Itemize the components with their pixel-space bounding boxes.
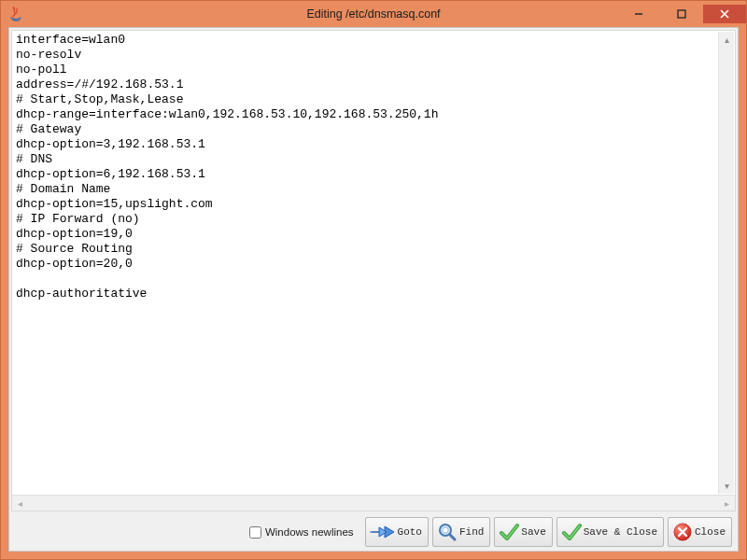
goto-button[interactable]: Goto (365, 517, 429, 547)
text-editor[interactable]: interface=wlan0 no-resolv no-poll addres… (12, 31, 735, 495)
maximize-button[interactable] (660, 5, 703, 23)
scroll-left-icon[interactable]: ◂ (12, 496, 28, 511)
find-label: Find (459, 526, 484, 538)
windows-newlines-checkbox[interactable] (249, 526, 261, 539)
scroll-right-icon[interactable]: ▸ (719, 496, 735, 511)
svg-line-6 (449, 535, 455, 540)
save-label: Save (521, 526, 545, 538)
find-icon (437, 521, 458, 543)
horizontal-scrollbar[interactable]: ◂ ▸ (12, 495, 735, 511)
app-window: Editing /etc/dnsmasq.conf interface=wlan… (0, 0, 747, 560)
save-and-close-button[interactable]: Save & Close (557, 517, 664, 547)
save-check-icon (499, 521, 519, 543)
goto-icon (370, 521, 396, 543)
editor-container: interface=wlan0 no-resolv no-poll addres… (11, 30, 736, 511)
svg-rect-1 (678, 10, 685, 18)
scroll-down-icon[interactable]: ▾ (719, 478, 735, 494)
client-area: interface=wlan0 no-resolv no-poll addres… (8, 27, 739, 552)
windows-newlines-option[interactable]: Windows newlines (249, 526, 354, 539)
svg-point-5 (443, 527, 448, 533)
titlebar[interactable]: Editing /etc/dnsmasq.conf (1, 1, 746, 27)
save-button[interactable]: Save (494, 517, 552, 547)
java-app-icon (8, 7, 23, 21)
close-icon (672, 521, 693, 543)
close-button[interactable]: Close (668, 517, 732, 547)
find-button[interactable]: Find (432, 517, 490, 547)
goto-label: Goto (398, 526, 422, 538)
minimize-button[interactable] (617, 5, 660, 23)
window-controls (617, 5, 746, 23)
bottom-toolbar: Windows newlines Goto (9, 513, 738, 551)
scroll-up-icon[interactable]: ▴ (719, 32, 735, 48)
windows-newlines-label: Windows newlines (265, 526, 354, 538)
close-label: Close (695, 526, 726, 538)
vertical-scrollbar[interactable]: ▴ ▾ (718, 32, 734, 494)
save-close-label: Save & Close (584, 526, 657, 538)
window-close-button[interactable] (703, 5, 746, 23)
save-close-check-icon (561, 521, 582, 543)
